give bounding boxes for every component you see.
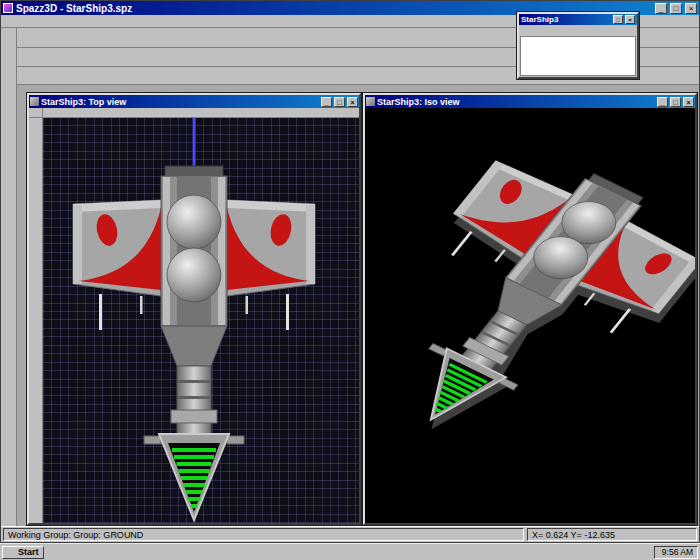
palette-titlebar[interactable]: StarShip3 □ × — [519, 14, 637, 25]
top-view-ship — [43, 118, 359, 523]
maximize-button[interactable]: □ — [670, 97, 681, 107]
app-window: Spazz3D - StarShip3.spz _ □ × StarShip3:… — [0, 0, 700, 543]
ruler-corner — [29, 108, 43, 118]
iso-view-window: StarShip3: Iso view _ □ × — [363, 93, 697, 525]
maximize-button[interactable]: □ — [334, 97, 345, 107]
top-view-titlebar[interactable]: StarShip3: Top view _ □ × — [29, 95, 359, 108]
start-button[interactable]: Start — [2, 546, 44, 559]
system-tray: 9:56 AM — [654, 546, 698, 559]
vertical-ruler — [29, 118, 43, 523]
top-view-title: StarShip3: Top view — [41, 97, 319, 107]
close-button[interactable]: × — [347, 97, 358, 107]
app-icon — [3, 3, 13, 13]
top-view-canvas[interactable] — [43, 118, 359, 523]
coordinates-readout: X= 0.624 Y= -12.635 — [527, 528, 697, 541]
working-group-status: Working Group: Group: GROUND — [3, 528, 524, 541]
horizontal-ruler — [43, 108, 359, 118]
windows-logo-icon — [7, 548, 15, 556]
left-toolbar — [1, 28, 17, 526]
taskbar: Start 9:56 AM — [0, 543, 700, 560]
palette-menu — [519, 25, 637, 35]
scene-tree-palette: StarShip3 □ × — [517, 12, 639, 79]
clock: 9:56 AM — [662, 547, 693, 557]
scene-tree — [520, 36, 636, 76]
window-icon — [30, 97, 39, 106]
close-button[interactable]: × — [683, 97, 694, 107]
status-bar: Working Group: Group: GROUND X= 0.624 Y=… — [1, 526, 699, 542]
maximize-button[interactable]: □ — [613, 15, 623, 24]
close-button[interactable]: × — [625, 15, 635, 24]
window-icon — [366, 97, 375, 106]
close-button[interactable]: × — [685, 3, 697, 14]
minimize-button[interactable]: _ — [657, 97, 668, 107]
start-label: Start — [18, 547, 39, 557]
iso-view-ship — [365, 108, 695, 523]
mdi-workspace: StarShip3: Top view _ □ × — [17, 85, 699, 526]
palette-title: StarShip3 — [521, 15, 611, 24]
maximize-button[interactable]: □ — [670, 3, 682, 14]
iso-view-titlebar[interactable]: StarShip3: Iso view _ □ × — [365, 95, 695, 108]
minimize-button[interactable]: _ — [655, 3, 667, 14]
top-view-window: StarShip3: Top view _ □ × — [27, 93, 361, 525]
iso-view-title: StarShip3: Iso view — [377, 97, 655, 107]
minimize-button[interactable]: _ — [321, 97, 332, 107]
iso-view-canvas[interactable] — [365, 108, 695, 523]
